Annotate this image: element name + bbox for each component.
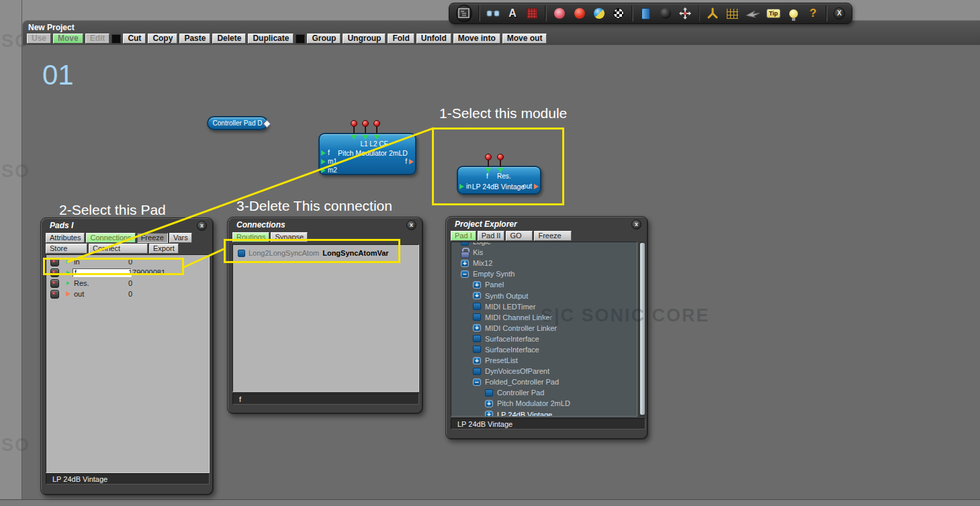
- move-into-button[interactable]: Move into: [453, 34, 500, 44]
- group-button[interactable]: Group: [307, 34, 341, 44]
- tree-item[interactable]: SurfaceInterface: [451, 344, 637, 355]
- use-button[interactable]: Use: [27, 34, 51, 44]
- top-port-icon[interactable]: [373, 135, 380, 140]
- expand-icon[interactable]: [461, 260, 469, 267]
- collapse-icon[interactable]: [473, 378, 481, 386]
- unfold-button[interactable]: Unfold: [416, 34, 451, 44]
- delete-button[interactable]: Delete: [212, 34, 246, 44]
- input-port-icon[interactable]: [321, 150, 326, 156]
- help-button[interactable]: ?: [806, 5, 819, 21]
- lightbulb-icon[interactable]: [787, 5, 800, 21]
- tree-item[interactable]: DynVoicesOfParent: [451, 366, 637, 376]
- text-tool-icon[interactable]: A: [506, 5, 519, 21]
- tree-item[interactable]: Controller Pad: [451, 387, 637, 398]
- tree-item[interactable]: PresetList: [451, 355, 637, 366]
- connections-status-bar: f: [232, 393, 419, 405]
- input-port-icon[interactable]: [321, 159, 326, 164]
- blue-box-icon[interactable]: [639, 5, 653, 21]
- explorer-close-button[interactable]: x: [631, 219, 641, 230]
- tree-item[interactable]: MIDI LEDTimer: [451, 301, 637, 312]
- collapse-icon[interactable]: [461, 270, 469, 278]
- toolbar-close-button[interactable]: X: [834, 7, 845, 19]
- fold-button[interactable]: Fold: [388, 34, 414, 44]
- tree-item[interactable]: MIDI Channel Linker: [451, 312, 637, 323]
- explorer-status-bar: LP 24dB Vintage: [451, 418, 645, 429]
- scrollbar-thumb[interactable]: [640, 243, 645, 415]
- project-explorer-panel: Project Explorer x Pad I Pad II GO Freez…: [445, 216, 648, 440]
- red-sphere-icon[interactable]: [572, 5, 586, 21]
- checker-ball-icon[interactable]: [612, 5, 625, 21]
- top-port-icon[interactable]: [362, 135, 369, 140]
- tree-item-label: MIDI LEDTimer: [485, 303, 535, 311]
- move-button[interactable]: Move: [53, 34, 83, 44]
- project-window-icon[interactable]: [456, 5, 472, 22]
- material-sphere-icon[interactable]: [592, 5, 606, 21]
- highlight-rect-module: [432, 128, 564, 205]
- tree-item[interactable]: Panel: [451, 279, 637, 290]
- tree-item[interactable]: Empty Synth: [451, 268, 637, 279]
- grid-icon[interactable]: [725, 5, 739, 21]
- tree-item[interactable]: Logic: [451, 242, 637, 247]
- expand-icon[interactable]: [473, 292, 481, 299]
- cut-button[interactable]: Cut: [123, 34, 146, 44]
- tab-pad-1[interactable]: Pad I: [451, 231, 476, 241]
- knob-pin[interactable]: [351, 120, 357, 134]
- paste-button[interactable]: Paste: [179, 34, 210, 44]
- expand-icon[interactable]: [485, 400, 493, 407]
- pad-value: 0: [128, 290, 132, 298]
- pads-status-bar: LP 24dB Vintage: [46, 473, 210, 485]
- tree-item[interactable]: SurfaceInterface: [451, 334, 637, 344]
- tab-vars[interactable]: Vars: [169, 233, 192, 243]
- top-port-icon[interactable]: [351, 135, 357, 140]
- tree-item[interactable]: Kis: [451, 247, 637, 258]
- edit-button[interactable]: Edit: [85, 34, 110, 44]
- glasses-icon[interactable]: [486, 5, 500, 21]
- flower-icon[interactable]: [553, 5, 566, 21]
- tip-button[interactable]: Tip: [766, 5, 781, 21]
- tree-item-selected[interactable]: LP 24dB Vintage: [451, 409, 637, 417]
- explorer-scrollbar[interactable]: [639, 242, 645, 417]
- dark-sphere-icon[interactable]: [659, 5, 672, 21]
- tab-go[interactable]: GO: [506, 231, 533, 241]
- module-controller-pad[interactable]: Controller Pad D: [207, 116, 268, 130]
- move-out-button[interactable]: Move out: [502, 34, 547, 44]
- tree-item[interactable]: Mix12: [451, 258, 637, 268]
- pad-row-out[interactable]: out 0: [46, 289, 209, 299]
- copy-button[interactable]: Copy: [148, 34, 177, 44]
- tree-item[interactable]: Folded_Controller Pad: [451, 376, 637, 387]
- tab-export[interactable]: Export: [149, 244, 179, 254]
- tree-item-label: Pitch Modulator 2mLD: [497, 399, 570, 407]
- move-tool-icon[interactable]: [678, 5, 692, 21]
- knob-pin[interactable]: [373, 120, 380, 134]
- tripod-icon[interactable]: [706, 5, 719, 21]
- expand-icon[interactable]: [473, 281, 481, 289]
- blue-box-glyph: [641, 8, 650, 19]
- tab-store[interactable]: Store: [46, 244, 87, 254]
- tree-item[interactable]: MIDI Controller Linker: [451, 323, 637, 334]
- tab-attributes[interactable]: Attributes: [46, 233, 85, 243]
- expand-icon[interactable]: [473, 324, 481, 332]
- output-port-icon[interactable]: [409, 159, 414, 164]
- main-toolbar: A Tip ? X: [449, 3, 852, 24]
- duplicate-button[interactable]: Duplicate: [248, 34, 294, 44]
- module-box-icon: [473, 346, 481, 353]
- ungroup-button[interactable]: Ungroup: [343, 34, 386, 44]
- tree-item[interactable]: Synth Output: [451, 290, 637, 301]
- pad-store-button[interactable]: [50, 290, 59, 299]
- tab-pad-2[interactable]: Pad II: [478, 231, 505, 241]
- fabric-pattern-icon[interactable]: [525, 5, 539, 21]
- pads-close-button[interactable]: x: [197, 221, 207, 231]
- tab-freeze-explorer[interactable]: Freeze: [534, 231, 572, 241]
- tab-connect[interactable]: Connect: [89, 244, 148, 254]
- connections-close-button[interactable]: x: [406, 220, 416, 230]
- pad-row-res[interactable]: Res. 0: [46, 278, 209, 289]
- module-box-icon: [473, 303, 481, 310]
- dart-icon[interactable]: [746, 5, 760, 21]
- tree-item-label: DynVoicesOfParent: [485, 367, 549, 375]
- expand-icon[interactable]: [473, 357, 481, 364]
- tree-item[interactable]: Pitch Modulator 2mLD: [451, 398, 637, 409]
- expand-icon[interactable]: [485, 411, 493, 417]
- port-label: f: [328, 149, 330, 156]
- knob-pin[interactable]: [362, 120, 369, 134]
- pad-store-button[interactable]: [50, 279, 59, 288]
